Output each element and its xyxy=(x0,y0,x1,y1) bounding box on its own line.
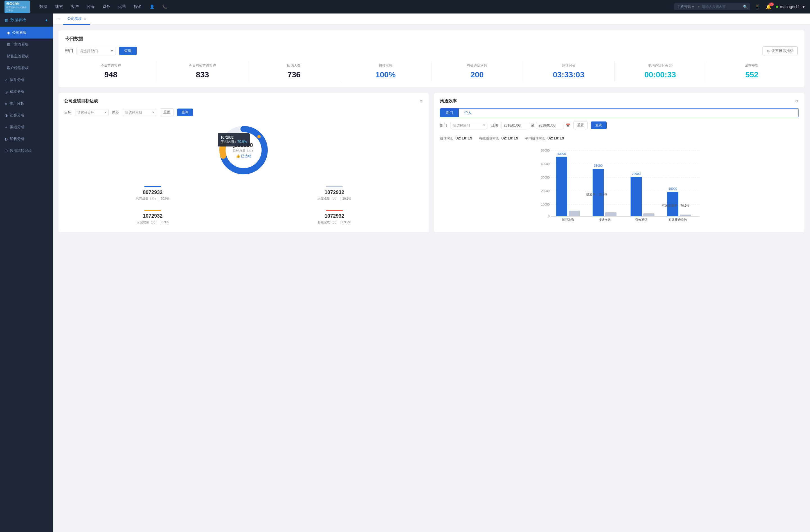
nav-item-finance[interactable]: 财务 xyxy=(98,0,114,14)
stat-box-label: 已完成量（元）｜70.9% xyxy=(66,197,239,201)
search-icon[interactable]: 🔍 xyxy=(743,4,748,9)
nav-item-sea[interactable]: 公海 xyxy=(83,0,98,14)
today-query-button[interactable]: 查询 xyxy=(119,47,137,55)
tooltip-ratio: 所占比例：70.9% xyxy=(221,139,247,144)
today-filter-left: 部门 请选择部门 查询 xyxy=(65,47,137,55)
comm-stat-duration: 通话时长 02:10:19 xyxy=(440,135,472,141)
goal-stat-exceeded: 1072932 超额完成（元）｜89.9% xyxy=(246,207,423,227)
goal-reset-button[interactable]: 重置 xyxy=(160,108,174,116)
user-info[interactable]: manager11 ▼ xyxy=(776,4,806,9)
svg-text:30000: 30000 xyxy=(541,176,550,179)
goal-panel: 公司业绩目标达成 ⟳ 目标 请选择目标 周期 请选择周期 重置 查询 xyxy=(59,93,428,232)
svg-text:43000: 43000 xyxy=(557,152,566,155)
svg-text:有效接通率：70.9%: 有效接通率：70.9% xyxy=(662,204,689,207)
svg-text:有效通话: 有效通话 xyxy=(635,218,647,221)
stat-valid-calls: 有效通话次数 200 xyxy=(432,61,523,82)
svg-rect-16 xyxy=(556,156,567,216)
comm-stat-valid-duration: 有效通话时长 02:10:19 xyxy=(479,135,518,141)
stat-label: 平均通话时长 ⓘ xyxy=(616,63,705,68)
hamburger-button[interactable]: ≡ xyxy=(58,17,60,22)
comm-reset-button[interactable]: 重置 xyxy=(573,121,587,129)
dept-filter-select[interactable]: 请选择部门 xyxy=(77,47,116,55)
sidebar-item-funnel[interactable]: ⊿ 漏斗分析 xyxy=(0,74,53,86)
donut-achieved-label: 👍 已达成 xyxy=(233,154,255,159)
settings-display-button[interactable]: ⊕ 设置显示指标 xyxy=(762,46,798,55)
device-icon[interactable]: 📱 xyxy=(754,3,761,11)
comm-date-from[interactable] xyxy=(501,122,529,129)
goal-period-label: 周期 xyxy=(112,110,119,115)
stat-label: 今日首咨客户 xyxy=(66,63,156,68)
user-dropdown-icon[interactable]: ▼ xyxy=(801,4,806,9)
notification-bell[interactable]: 🔔 5 xyxy=(765,3,773,11)
sidebar-header-label: 数据看板 xyxy=(11,17,26,22)
sidebar-item-sales-board[interactable]: 销售主管看板 xyxy=(0,50,53,62)
nav-item-person-icon[interactable]: 👤 xyxy=(146,0,158,14)
comm-stats-row: 通话时长 02:10:19 有效通话时长 02:10:19 平均通话时长 02:… xyxy=(440,133,799,143)
nav-item-signup[interactable]: 报名 xyxy=(130,0,146,14)
goal-panel-header: 公司业绩目标达成 ⟳ xyxy=(64,98,423,104)
main-content: ≡ 公司看板 ✕ 今日数据 部门 请选择部门 查询 xyxy=(53,14,810,532)
stat-box-label: 应完成量（元）｜8.9% xyxy=(66,220,239,225)
date-to-separator: 至 xyxy=(531,123,534,128)
comm-stat-valid-value: 02:10:19 xyxy=(501,135,518,140)
sidebar-item-label: 漏斗分析 xyxy=(10,77,25,82)
goal-query-button[interactable]: 查询 xyxy=(177,109,193,116)
comm-dept-select[interactable]: 请选择部门 xyxy=(451,122,487,129)
sidebar-item-label: 成本分析 xyxy=(10,89,25,94)
nav-item-phone-icon[interactable]: 📞 xyxy=(158,0,171,14)
sidebar-item-company-board[interactable]: ◉ 公司看板 xyxy=(0,27,53,38)
sidebar-collapse-icon[interactable]: ▲ xyxy=(45,18,48,22)
svg-text:29000: 29000 xyxy=(632,172,641,176)
comm-stat-avg-duration: 平均通话时长 02:10:19 xyxy=(525,135,564,141)
nav-item-operations[interactable]: 运营 xyxy=(114,0,130,14)
sidebar-header-icon: ▦ xyxy=(4,18,8,22)
comm-date-to[interactable] xyxy=(536,122,564,129)
svg-point-3 xyxy=(257,135,261,138)
channel-icon: ✦ xyxy=(4,125,7,129)
search-input[interactable] xyxy=(702,5,741,9)
goal-target-select[interactable]: 请选择目标 xyxy=(75,109,109,116)
comm-refresh-icon[interactable]: ⟳ xyxy=(795,99,799,103)
svg-text:50000: 50000 xyxy=(541,149,550,152)
comm-panel-header: 沟通效率 ⟳ xyxy=(440,98,799,104)
stat-return-visits: 回访人数 736 xyxy=(248,61,340,82)
comm-filter-row: 部门 请选择部门 日期 至 📅 重置 查询 xyxy=(440,121,799,129)
sidebar-item-sales[interactable]: ◐ 销售分析 xyxy=(0,133,53,145)
svg-text:接通次数: 接通次数 xyxy=(599,218,611,221)
comm-tab-dept[interactable]: 部门 xyxy=(440,109,459,117)
tooltip-ratio-value: 70.9% xyxy=(237,140,247,144)
sidebar-item-visitor[interactable]: ◑ 访客分析 xyxy=(0,110,53,121)
sidebar-item-label: 渠道分析 xyxy=(10,124,25,130)
stat-value: 833 xyxy=(158,70,247,79)
sidebar-item-icon: ◉ xyxy=(7,31,10,35)
sidebar-item-label: 公司看板 xyxy=(12,30,27,35)
sidebar-item-channel[interactable]: ✦ 渠道分析 xyxy=(0,121,53,133)
sidebar-item-promo[interactable]: ◈ 推广分析 xyxy=(0,98,53,110)
online-indicator xyxy=(776,6,778,8)
sidebar-item-data-flow[interactable]: ⬡ 数据流转记录 xyxy=(0,145,53,156)
search-type-select[interactable]: 手机号码 xyxy=(676,4,695,9)
sidebar-item-cost[interactable]: ◎ 成本分析 xyxy=(0,86,53,98)
sidebar-item-promo-board[interactable]: 推广主管看板 xyxy=(0,38,53,50)
goal-stats-boxes: 8972932 已完成量（元）｜70.9% 1072932 未完成量（元）｜20… xyxy=(64,184,423,227)
goal-refresh-icon[interactable]: ⟳ xyxy=(420,99,423,103)
stat-box-label: 超额完成（元）｜89.9% xyxy=(248,220,421,225)
data-flow-icon: ⬡ xyxy=(4,149,7,153)
stat-value: 736 xyxy=(249,70,339,79)
tab-company-board[interactable]: 公司看板 ✕ xyxy=(63,14,90,25)
comm-query-button[interactable]: 查询 xyxy=(591,121,607,129)
nav-item-customers[interactable]: 客户 xyxy=(67,0,83,14)
donut-chart-wrapper: 1072932 所占比例：70.9% xyxy=(215,122,272,178)
stat-bar-uncompleted xyxy=(326,186,343,187)
date-calendar-icon[interactable]: 📅 xyxy=(566,123,570,127)
sidebar-item-label: 数据流转记录 xyxy=(10,148,32,153)
nav-item-data[interactable]: 数据 xyxy=(35,0,51,14)
goal-period-select[interactable]: 请选择周期 xyxy=(123,109,156,116)
comm-tab-individual[interactable]: 个人 xyxy=(459,109,477,117)
svg-text:拨打次数: 拨打次数 xyxy=(562,218,574,221)
sidebar-header[interactable]: ▦ 数据看板 ▲ xyxy=(0,14,53,27)
sidebar-item-account-board[interactable]: 客户经理看板 xyxy=(0,62,53,74)
tab-close-icon[interactable]: ✕ xyxy=(83,17,86,20)
stat-label: 通话时长 xyxy=(524,63,613,68)
nav-item-leads[interactable]: 线索 xyxy=(51,0,67,14)
